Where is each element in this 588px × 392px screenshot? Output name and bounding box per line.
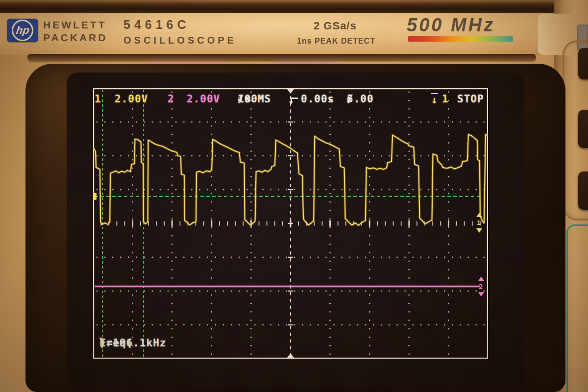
svg-text:2: 2 (479, 283, 483, 291)
control-section-outline (566, 224, 588, 392)
hp-logo-ring: hp (12, 20, 33, 41)
crt-screen: 21 1 2.00V 2 2.00V 100MSa/s 0.00s 5.00µs… (67, 73, 524, 387)
peak-detect-spec: 1ns PEAK DETECT (297, 37, 375, 45)
svg-text:1: 1 (477, 219, 481, 226)
rainbow-stripe (408, 36, 513, 42)
bezel-groove (27, 54, 536, 61)
softkey-button-2[interactable] (578, 110, 588, 148)
brand-line1: HEWLETT (43, 20, 106, 30)
sample-rate-spec: 2 GSa/s (314, 21, 357, 31)
bandwidth-label: 500 MHz (407, 16, 495, 34)
graticule-and-traces: 21 (93, 88, 488, 359)
softkey-button-3[interactable] (578, 172, 588, 210)
softkey-button-1[interactable] (578, 48, 588, 79)
brand-line2: PACKARD (43, 32, 107, 43)
hp-logo-text: hp (15, 25, 30, 36)
model-type: OSCILLOSCOPE (123, 35, 237, 45)
case-top-edge (0, 0, 588, 13)
oscilloscope-photo: hp HEWLETT PACKARD 54616C OSCILLOSCOPE 2… (0, 0, 588, 392)
model-number: 54616C (123, 19, 190, 31)
hp-logo: hp (7, 19, 38, 42)
